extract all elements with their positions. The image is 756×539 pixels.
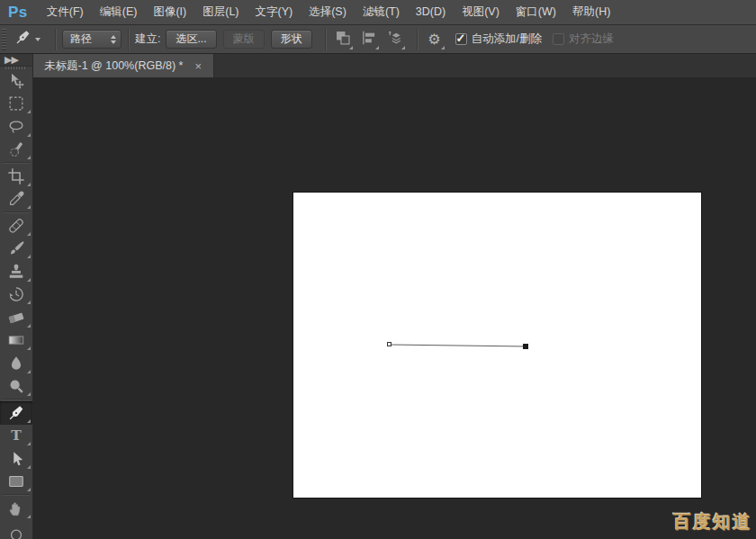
menu-item-image[interactable]: 图像(I) [145, 0, 194, 24]
tool-clone-stamp[interactable] [0, 260, 32, 283]
tool-blur[interactable] [0, 352, 32, 375]
options-separator [417, 29, 418, 50]
marquee-tool-icon [7, 94, 25, 112]
menu-item-help[interactable]: 帮助(H) [564, 0, 618, 24]
menu-item-file[interactable]: 文件(F) [39, 0, 92, 24]
workspace-area: 百度知道 [33, 77, 756, 539]
tool-eraser[interactable] [0, 306, 32, 329]
history-brush-tool-icon [7, 285, 25, 303]
auto-add-delete-label: 自动添加/删除 [472, 31, 542, 47]
tool-rectangular-marquee[interactable] [0, 93, 32, 116]
blur-tool-icon [7, 355, 25, 373]
move-tool-icon [7, 72, 25, 90]
tool-hand[interactable] [0, 497, 32, 520]
align-edges-option: 对齐边缘 [553, 31, 614, 47]
auto-add-delete-checkbox[interactable] [455, 33, 467, 45]
path-alignment-button[interactable] [358, 29, 380, 50]
tool-quick-selection[interactable] [0, 139, 32, 162]
quick-selection-tool-icon [7, 140, 25, 158]
menu-item-type[interactable]: 文字(Y) [248, 0, 302, 24]
lasso-tool-icon [7, 118, 25, 136]
path-selection-tool-icon [7, 450, 25, 468]
path-operations-button[interactable] [332, 29, 354, 50]
pen-tool-icon [7, 404, 25, 422]
tool-dodge[interactable] [0, 375, 32, 399]
tool-brush[interactable] [0, 238, 32, 261]
menu-item-window[interactable]: 窗口(W) [508, 0, 564, 24]
rectangle-tool-icon [7, 472, 25, 490]
tab-close-button[interactable]: × [192, 59, 204, 73]
pen-tool-icon [14, 29, 32, 49]
make-shape-button[interactable]: 形状 [271, 30, 312, 49]
document-canvas[interactable] [293, 193, 701, 498]
options-separator [128, 29, 129, 50]
align-edges-checkbox[interactable] [553, 33, 564, 45]
crop-tool-icon [7, 167, 25, 185]
menu-item-3d[interactable]: 3D(D) [408, 0, 454, 24]
pen-options-gear-button[interactable]: ⚙ [424, 29, 446, 50]
photoshop-logo: Ps [0, 4, 39, 22]
path-anchor-end[interactable] [523, 344, 528, 349]
menu-item-layer[interactable]: 图层(L) [194, 0, 247, 24]
dropdown-corner-icon [375, 46, 379, 49]
healing-brush-tool-icon [7, 217, 25, 235]
dropdown-corner-icon [441, 46, 445, 49]
clone-stamp-tool-icon [7, 263, 25, 281]
dodge-tool-icon [7, 377, 25, 395]
pen-path-svg [293, 193, 701, 498]
dropdown-corner-icon [349, 46, 353, 49]
menu-item-filter[interactable]: 滤镜(T) [355, 0, 408, 24]
watermark: 百度知道 [673, 510, 752, 535]
document-tab-bar: 未标题-1 @ 100%(RGB/8) * × [33, 54, 756, 77]
tool-type[interactable]: T [0, 425, 32, 448]
tools-panel-collapse-button[interactable]: ▶▶ [0, 54, 32, 67]
tools-separator [3, 211, 30, 213]
tool-mode-select[interactable]: 路径 [62, 30, 122, 49]
dropdown-corner-icon [401, 46, 405, 49]
svg-text:T: T [11, 427, 22, 444]
document-tab-title: 未标题-1 @ 100%(RGB/8) * [44, 58, 183, 74]
tools-panel: ▶▶ [0, 54, 33, 539]
gear-icon: ⚙ [428, 32, 440, 47]
tool-lasso[interactable] [0, 115, 32, 139]
tool-pen-selected[interactable] [0, 401, 32, 425]
gradient-tool-icon [7, 331, 25, 349]
tool-spot-healing-brush[interactable] [0, 214, 32, 238]
tool-eyedropper[interactable] [0, 188, 32, 211]
brush-tool-icon [7, 239, 25, 257]
menu-bar: Ps 文件(F) 编辑(E) 图像(I) 图层(L) 文字(Y) 选择(S) 滤… [0, 0, 756, 25]
menu-item-view[interactable]: 视图(V) [454, 0, 508, 24]
tool-path-selection[interactable] [0, 447, 32, 471]
double-chevron-icon: ▶▶ [4, 54, 18, 66]
tool-zoom[interactable] [0, 520, 32, 539]
preset-dropdown-arrow-icon [35, 38, 40, 41]
eraser-tool-icon [7, 309, 25, 327]
path-arrangement-button[interactable] [384, 29, 406, 50]
type-tool-icon: T [7, 427, 25, 445]
auto-add-delete-option: 自动添加/删除 [455, 31, 542, 47]
options-separator [325, 29, 326, 50]
menu-item-select[interactable]: 选择(S) [301, 0, 355, 24]
make-label: 建立: [135, 31, 160, 47]
tool-rectangle-shape[interactable] [0, 471, 32, 494]
path-anchor-start[interactable] [387, 342, 392, 346]
tool-crop[interactable] [0, 165, 32, 188]
options-bar-grip-handle[interactable] [2, 29, 6, 50]
photoshop-window: Ps 文件(F) 编辑(E) 图像(I) 图层(L) 文字(Y) 选择(S) 滤… [0, 0, 756, 539]
tools-separator [3, 399, 30, 400]
menu-item-edit[interactable]: 编辑(E) [92, 0, 146, 24]
tool-move[interactable] [0, 69, 32, 93]
align-edges-label: 对齐边缘 [569, 31, 614, 47]
tool-history-brush[interactable] [0, 283, 32, 307]
document-tab[interactable]: 未标题-1 @ 100%(RGB/8) * × [33, 54, 214, 77]
tool-preset-picker[interactable] [12, 27, 43, 51]
tool-gradient[interactable] [0, 329, 32, 353]
zoom-tool-icon [7, 522, 25, 539]
eyedropper-tool-icon [7, 190, 25, 208]
tools-separator [3, 162, 30, 164]
make-selection-button[interactable]: 选区... [166, 30, 216, 49]
tools-separator [3, 494, 30, 496]
make-mask-button[interactable]: 蒙版 [223, 30, 265, 49]
tool-mode-value: 路径 [70, 31, 111, 47]
options-separator [55, 29, 56, 50]
